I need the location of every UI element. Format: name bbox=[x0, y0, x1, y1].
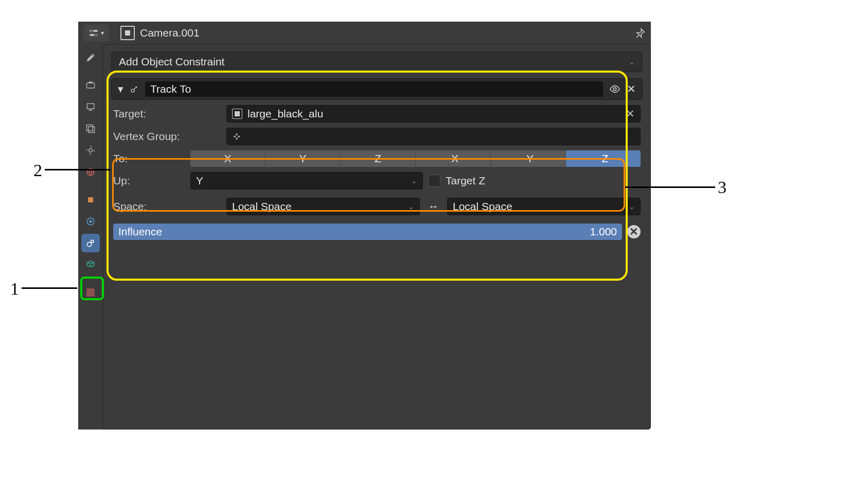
svg-rect-27 bbox=[236, 135, 238, 138]
chevron-down-icon: ⌄ bbox=[408, 202, 414, 211]
svg-rect-6 bbox=[87, 104, 94, 109]
svg-point-3 bbox=[94, 33, 97, 37]
tab-render[interactable] bbox=[81, 76, 100, 95]
to-option-negy[interactable]: -Y bbox=[491, 150, 566, 167]
to-label: To: bbox=[113, 152, 185, 165]
slider-icon bbox=[88, 28, 99, 38]
tab-modifiers[interactable] bbox=[81, 212, 100, 231]
target-z-checkbox[interactable] bbox=[428, 175, 440, 187]
editor-type-button[interactable]: ▾ bbox=[83, 25, 109, 41]
tab-scene[interactable] bbox=[81, 141, 100, 160]
svg-point-25 bbox=[238, 136, 240, 138]
svg-rect-12 bbox=[88, 197, 93, 202]
pin-icon[interactable] bbox=[634, 27, 646, 39]
chevron-down-icon: ▾ bbox=[101, 29, 104, 37]
panel-body: Add Object Constraint ⌄ ▾ Track To ✕ bbox=[103, 44, 651, 430]
object-icon bbox=[232, 109, 242, 119]
to-option-y[interactable]: Y bbox=[265, 150, 341, 167]
svg-point-14 bbox=[90, 220, 92, 223]
svg-point-2 bbox=[91, 29, 94, 32]
to-option-negz[interactable]: -Z bbox=[566, 150, 641, 167]
tab-object[interactable] bbox=[81, 191, 100, 209]
swap-space-icon[interactable]: ↔ bbox=[425, 200, 442, 213]
annotation-1-line bbox=[22, 287, 77, 289]
to-axis-segmented: XYZ-X-Y-Z bbox=[190, 150, 641, 167]
add-constraint-label: Add Object Constraint bbox=[119, 56, 224, 68]
target-label: Target: bbox=[113, 108, 221, 120]
constraint-header: ▾ Track To ✕ bbox=[111, 78, 643, 100]
vertex-group-picker[interactable] bbox=[226, 128, 641, 145]
svg-rect-5 bbox=[89, 82, 93, 83]
collapse-toggle-icon[interactable]: ▾ bbox=[118, 83, 123, 95]
target-value: large_black_alu bbox=[247, 108, 323, 120]
active-object-chip[interactable]: Camera.001 bbox=[115, 24, 205, 42]
svg-point-22 bbox=[613, 88, 616, 91]
influence-slider[interactable]: Influence 1.000 bbox=[113, 224, 622, 240]
space-right-select[interactable]: Local Space ⌄ bbox=[447, 198, 641, 215]
space-left-select[interactable]: Local Space ⌄ bbox=[226, 198, 420, 215]
tab-tool[interactable] bbox=[81, 48, 100, 67]
tab-world[interactable] bbox=[81, 163, 100, 181]
annotation-2-line bbox=[45, 169, 111, 170]
svg-rect-7 bbox=[89, 110, 93, 111]
target-picker[interactable]: large_black_alu ✕ bbox=[226, 105, 641, 123]
panel-header: ▾ Camera.001 bbox=[78, 22, 651, 45]
constraint-type-icon bbox=[130, 84, 139, 94]
object-icon bbox=[120, 26, 135, 40]
svg-rect-4 bbox=[87, 83, 95, 88]
chevron-down-icon: ⌄ bbox=[629, 202, 635, 211]
tab-output[interactable] bbox=[81, 98, 100, 116]
clear-icon[interactable]: ✕ bbox=[626, 108, 635, 120]
annotation-3-line bbox=[625, 186, 715, 188]
svg-point-26 bbox=[236, 138, 238, 140]
to-option-x[interactable]: X bbox=[190, 150, 265, 167]
to-option-negx[interactable]: -X bbox=[416, 150, 491, 167]
svg-point-24 bbox=[236, 133, 238, 135]
properties-tab-strip bbox=[78, 44, 103, 430]
properties-panel: ▾ Camera.001 bbox=[78, 22, 651, 430]
space-left-value: Local Space bbox=[232, 200, 292, 213]
svg-rect-8 bbox=[87, 125, 93, 131]
add-object-constraint-dropdown[interactable]: Add Object Constraint ⌄ bbox=[111, 51, 643, 72]
svg-point-10 bbox=[89, 149, 93, 152]
tab-data[interactable] bbox=[81, 255, 100, 274]
tab-constraints[interactable] bbox=[81, 234, 100, 252]
space-label: Space: bbox=[113, 200, 221, 213]
to-option-z[interactable]: Z bbox=[341, 150, 416, 167]
eye-icon[interactable] bbox=[609, 83, 621, 95]
annotation-1: 1 bbox=[10, 279, 19, 299]
svg-point-19 bbox=[131, 89, 134, 92]
vertex-group-icon bbox=[232, 132, 241, 141]
active-object-name: Camera.001 bbox=[140, 27, 200, 39]
constraint-name-field[interactable]: Track To bbox=[145, 81, 603, 97]
annotation-3: 3 bbox=[718, 178, 727, 197]
vertex-group-label: Vertex Group: bbox=[113, 130, 221, 143]
chevron-down-icon: ⌄ bbox=[411, 177, 417, 185]
svg-rect-9 bbox=[88, 127, 95, 133]
up-axis-value: Y bbox=[196, 175, 203, 187]
space-right-value: Local Space bbox=[453, 200, 512, 213]
constraint-name: Track To bbox=[150, 83, 191, 95]
tab-viewlayer[interactable] bbox=[81, 119, 100, 138]
chevron-down-icon: ⌄ bbox=[629, 58, 635, 66]
tab-texture[interactable] bbox=[81, 283, 100, 302]
svg-line-21 bbox=[134, 88, 135, 90]
influence-value: 1.000 bbox=[590, 226, 617, 238]
influence-label: Influence bbox=[118, 226, 162, 238]
annotation-2: 2 bbox=[33, 161, 42, 180]
constraint-trackto: ▾ Track To ✕ Target: bbox=[111, 78, 643, 240]
svg-point-20 bbox=[135, 87, 137, 88]
influence-reset-icon[interactable]: ✕ bbox=[627, 225, 641, 238]
close-icon[interactable]: ✕ bbox=[627, 83, 636, 95]
up-axis-select[interactable]: Y ⌄ bbox=[190, 172, 423, 190]
svg-point-23 bbox=[234, 136, 235, 138]
up-label: Up: bbox=[113, 175, 185, 187]
target-z-label: Target Z bbox=[446, 175, 485, 187]
